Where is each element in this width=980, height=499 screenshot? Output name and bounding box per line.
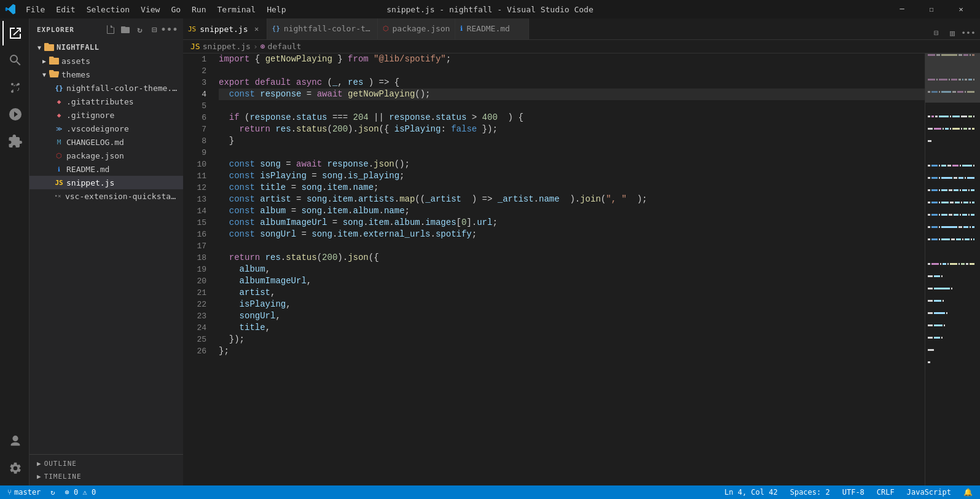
editor-content: 1234567891011121314151617181920212223242… <box>183 53 980 485</box>
activity-search-icon[interactable] <box>2 48 27 73</box>
menu-run[interactable]: Run <box>187 4 211 15</box>
tree-assets[interactable]: ▶ assets <box>29 54 183 68</box>
minimize-button[interactable]: ─ <box>888 0 916 18</box>
code-line-10: const song = await response.json(); <box>219 159 925 170</box>
position-text: Ln 4, Col 42 <box>724 488 778 497</box>
sidebar-header: EXPLORER ↻ ⊟ ••• <box>29 18 183 41</box>
activity-run-debug-icon[interactable] <box>2 102 27 127</box>
tree-snippet-js[interactable]: JS snippet.js <box>29 176 183 189</box>
menu-terminal[interactable]: Terminal <box>213 4 261 15</box>
tree-themes[interactable]: ▼ themes <box>29 68 183 81</box>
snippet-js-icon: JS <box>54 178 64 187</box>
code-line-3: export default async (_, res ) => { <box>219 77 925 88</box>
menu-go[interactable]: Go <box>166 4 186 15</box>
editor-layout-icon[interactable]: ▥ <box>946 26 959 39</box>
code-line-5 <box>219 100 925 112</box>
tab-nightfall-json[interactable]: {} nightfall-color-theme.json <box>267 18 378 39</box>
status-errors[interactable]: ⊗ 0 ⚠ 0 <box>63 485 99 499</box>
code-area[interactable]: import { getNowPlaying } from "@lib/spot… <box>214 53 925 485</box>
code-line-6: if (response.status === 204 || response.… <box>219 112 925 124</box>
menu-edit[interactable]: Edit <box>51 4 80 15</box>
sidebar-bottom: ▶ OUTLINE ▶ TIMELINE <box>29 454 183 485</box>
code-line-16: const songUrl = song.item.external_urls.… <box>219 229 925 240</box>
tab-package-json[interactable]: ⬡ package.json <box>378 18 456 39</box>
tree-gitattributes[interactable]: ◆ .gitattributes <box>29 95 183 108</box>
tree-package-json[interactable]: ⬡ package.json <box>29 149 183 162</box>
code-line-2 <box>219 65 925 77</box>
readme-label: README.md <box>66 165 109 174</box>
close-button[interactable]: ✕ <box>947 0 975 18</box>
split-editor-icon[interactable]: ⊟ <box>930 26 943 39</box>
errors-text: ⊗ 0 ⚠ 0 <box>65 488 96 497</box>
root-folder-icon <box>44 42 54 52</box>
activity-bar <box>0 18 29 485</box>
spaces-text: Spaces: 2 <box>790 488 830 497</box>
timeline-section[interactable]: ▶ TIMELINE <box>29 470 183 483</box>
status-eol[interactable]: CRLF <box>874 485 897 499</box>
status-language[interactable]: JavaScript <box>904 485 954 499</box>
status-bar: ⑂ master ↻ ⊗ 0 ⚠ 0 Ln 4, Col 42 Spaces: … <box>0 485 980 499</box>
tab-package-icon: ⬡ <box>383 25 389 33</box>
status-sync[interactable]: ↻ <box>48 485 57 499</box>
tab-nightfall-icon: {} <box>272 25 280 33</box>
root-label: NIGHTFALL <box>57 43 100 52</box>
line-number-4: 4 <box>183 88 206 100</box>
menu-help[interactable]: Help <box>262 4 291 15</box>
code-line-26: }; <box>219 345 925 357</box>
activity-settings-icon[interactable] <box>2 456 27 481</box>
tab-readme[interactable]: ℹ README.md <box>455 18 529 39</box>
tree-vscodeignore[interactable]: ≫ .vscodeignore <box>29 122 183 135</box>
tree-vsc-extension[interactable]: •× vsc-extension-quickstart.md <box>29 189 183 203</box>
tree-changelog[interactable]: M CHANGELOG.md <box>29 135 183 149</box>
activity-account-icon[interactable] <box>2 429 27 454</box>
editor-area: JS snippet.js ✕ {} nightfall-color-theme… <box>183 18 980 485</box>
status-encoding[interactable]: UTF-8 <box>840 485 867 499</box>
menu-view[interactable]: View <box>136 4 165 15</box>
status-spaces[interactable]: Spaces: 2 <box>788 485 833 499</box>
more-options-icon[interactable]: ••• <box>163 23 176 36</box>
maximize-button[interactable]: ☐ <box>917 0 946 18</box>
line-number-1: 1 <box>183 53 206 65</box>
tab-snippet-js[interactable]: JS snippet.js ✕ <box>183 18 267 39</box>
outline-section[interactable]: ▶ OUTLINE <box>29 457 183 470</box>
nightfall-json-label: nightfall-color-theme.json <box>66 84 178 93</box>
code-line-21: artist, <box>219 287 925 299</box>
status-position[interactable]: Ln 4, Col 42 <box>722 485 780 499</box>
code-line-8: } <box>219 135 925 147</box>
tree-nightfall-json[interactable]: {} nightfall-color-theme.json <box>29 81 183 95</box>
status-branch[interactable]: ⑂ master <box>5 485 43 499</box>
breadcrumb-scope[interactable]: default <box>268 42 302 51</box>
line-numbers: 1234567891011121314151617181920212223242… <box>183 53 214 485</box>
activity-explorer-icon[interactable] <box>2 21 27 45</box>
themes-folder-icon <box>49 69 59 79</box>
status-feedback[interactable]: 🔔 <box>961 485 975 499</box>
breadcrumb-file[interactable]: snippet.js <box>203 42 251 51</box>
menu-file[interactable]: File <box>21 4 50 15</box>
title-bar-left: File Edit Selection View Go Run Terminal… <box>5 4 291 15</box>
more-actions-icon[interactable]: ••• <box>962 26 975 39</box>
window-controls: ─ ☐ ✕ <box>888 0 975 18</box>
status-left: ⑂ master ↻ ⊗ 0 ⚠ 0 <box>5 485 98 499</box>
tab-snippet-close[interactable]: ✕ <box>252 24 262 34</box>
line-number-19: 19 <box>183 264 206 275</box>
line-number-11: 11 <box>183 170 206 182</box>
changelog-label: CHANGELOG.md <box>66 138 124 147</box>
readme-icon: ℹ <box>54 164 64 174</box>
file-tree: ▼ NIGHTFALL ▶ assets ▼ themes <box>29 41 183 454</box>
menu-selection[interactable]: Selection <box>82 4 135 15</box>
activity-extensions-icon[interactable] <box>2 129 27 154</box>
code-line-13: const artist = song.item.artists.map((_a… <box>219 194 925 205</box>
breadcrumb: JS snippet.js › ⊛ default <box>183 40 980 53</box>
tree-root[interactable]: ▼ NIGHTFALL <box>29 41 183 54</box>
tree-gitignore[interactable]: ◆ .gitignore <box>29 108 183 122</box>
activity-source-control-icon[interactable] <box>2 75 27 100</box>
new-file-icon[interactable] <box>104 23 117 36</box>
collapse-icon[interactable]: ⊟ <box>149 23 161 36</box>
refresh-icon[interactable]: ↻ <box>134 23 146 36</box>
vscode-logo-icon <box>5 4 16 15</box>
code-line-25: }); <box>219 334 925 345</box>
tree-readme[interactable]: ℹ README.md <box>29 162 183 176</box>
new-folder-icon[interactable] <box>119 23 131 36</box>
sidebar-header-icons: ↻ ⊟ ••• <box>104 23 176 36</box>
package-icon: ⬡ <box>54 151 64 160</box>
